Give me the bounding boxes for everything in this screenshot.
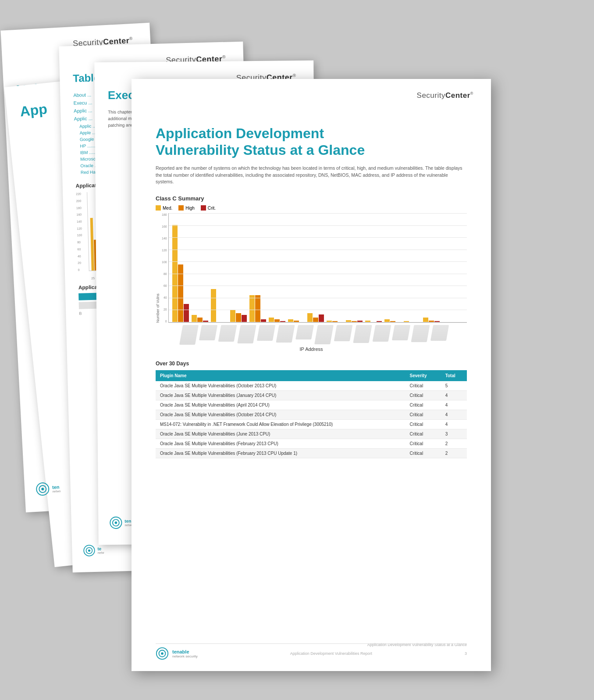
legend-med-box: [156, 205, 161, 211]
cell-total: 4: [441, 391, 467, 400]
legend-crit-label: Crit.: [208, 206, 216, 211]
x-axis-labels: [181, 325, 467, 345]
legend-med: Med.: [156, 205, 172, 211]
bar-2-high: [197, 318, 203, 322]
bar-4-med: [230, 310, 235, 322]
bar-9-med: [327, 321, 332, 322]
page1-tenable-sub: netwo: [52, 489, 60, 493]
page4-footer: tenable network security Application Dev…: [156, 643, 467, 660]
table-row: Oracle Java SE Multiple Vulnerabilities …: [156, 439, 467, 449]
bar-4-crit: [242, 315, 247, 322]
table-body: Oracle Java SE Multiple Vulnerabilities …: [156, 381, 467, 458]
footer-page-number: 3: [465, 651, 467, 656]
y-axis-label: Number of Vulns: [156, 213, 160, 323]
bar-13-crit: [415, 322, 420, 322]
table-row: Oracle Java SE Multiple Vulnerabilities …: [156, 410, 467, 420]
svg-point-5: [88, 550, 90, 552]
y-ticks: 0 20 40 60 80 100 120 140 160 180: [162, 213, 167, 323]
cell-total: 4: [441, 410, 467, 420]
bar-14-med: [423, 318, 428, 322]
bar-13-med: [404, 321, 409, 322]
bar-3-med: [211, 289, 216, 322]
bar-1-crit: [184, 304, 189, 322]
legend-crit: Crit.: [201, 205, 216, 211]
bar-9-crit: [338, 322, 343, 322]
bar-group-6: [269, 318, 285, 322]
footer-logo-group: tenable network security: [156, 647, 198, 660]
cell-severity: Critical: [405, 449, 441, 458]
bar-group-10: [346, 320, 363, 322]
cell-severity: Critical: [405, 439, 441, 449]
mini-chart-x: 25: [91, 277, 95, 280]
cell-total: 3: [441, 429, 467, 439]
page4-logo: SecurityCenter®: [417, 91, 473, 100]
bar-10-med: [346, 320, 351, 322]
table-header-row: Plugin Name Severity Total: [156, 370, 467, 381]
bar-2-crit: [203, 321, 208, 322]
bar-11-crit: [377, 321, 382, 322]
bars-container: [169, 213, 467, 322]
x-axis-title: IP Address: [156, 346, 467, 352]
bar-4-high: [236, 313, 241, 322]
bar-group-4: [230, 310, 247, 322]
legend-high-box: [178, 205, 184, 211]
page2-tenable-logo: te netw: [83, 544, 104, 557]
bar-12-med: [384, 319, 390, 322]
table-section-title: Over 30 Days: [156, 361, 467, 367]
cell-plugin-name: MS14-072: Vulnerability in .NET Framewor…: [156, 420, 405, 429]
bar-6-med: [269, 318, 274, 322]
footer-report-name: Application Development Vulnerabilities …: [290, 651, 372, 656]
footer-tenable-icon: [156, 647, 169, 660]
svg-point-11: [161, 652, 164, 655]
cell-plugin-name: Oracle Java SE Multiple Vulnerabilities …: [156, 429, 405, 439]
col-total: Total: [441, 370, 467, 381]
cell-total: 2: [441, 449, 467, 458]
page1-tenable-name: ten: [52, 484, 60, 489]
cell-severity: Critical: [405, 400, 441, 410]
bar-group-13: [404, 321, 420, 322]
bar-12-high: [390, 321, 395, 322]
col-severity: Severity: [405, 370, 441, 381]
page2-tenable-sub: netw: [98, 551, 104, 554]
legend-crit-box: [201, 205, 206, 211]
bar-7-high: [294, 321, 299, 322]
table-row: MS14-072: Vulnerability in .NET Framewor…: [156, 420, 467, 429]
cell-total: 4: [441, 420, 467, 429]
bar-8-med: [307, 313, 313, 322]
bar-5-high: [255, 295, 260, 322]
legend-high: High: [178, 205, 195, 211]
page3-tenable-logo: ten netwo: [109, 516, 133, 529]
svg-point-2: [41, 488, 44, 490]
cell-severity: Critical: [405, 391, 441, 400]
bar-group-14: [423, 318, 440, 322]
bar-2-med: [192, 315, 197, 322]
bar-group-2: [192, 315, 208, 322]
table-row: Oracle Java SE Multiple Vulnerabilities …: [156, 449, 467, 458]
bar-group-12: [384, 319, 401, 322]
bar-group-1: [172, 225, 189, 322]
bar-group-5: [249, 295, 266, 322]
bar-5-med: [249, 295, 255, 322]
page4-title-line1: Application Development: [156, 125, 467, 142]
bar-group-11: [365, 321, 382, 322]
bar-1-high: [178, 264, 183, 322]
footer-tenable-name: tenable: [172, 649, 198, 654]
vulnerability-table: Plugin Name Severity Total Oracle Java S…: [156, 370, 467, 458]
table-row: Oracle Java SE Multiple Vulnerabilities …: [156, 391, 467, 400]
cell-plugin-name: Oracle Java SE Multiple Vulnerabilities …: [156, 400, 405, 410]
bar-14-crit: [434, 321, 440, 322]
page4-title-line2: Vulnerability Status at a Glance: [156, 142, 467, 158]
cell-plugin-name: Oracle Java SE Multiple Vulnerabilities …: [156, 449, 405, 458]
bar-7-med: [288, 319, 293, 322]
cell-plugin-name: Oracle Java SE Multiple Vulnerabilities …: [156, 410, 405, 420]
legend-med-label: Med.: [163, 206, 172, 211]
table-row: Oracle Java SE Multiple Vulnerabilities …: [156, 381, 467, 391]
page-4: SecurityCenter® Application Development …: [132, 79, 491, 671]
cell-severity: Critical: [405, 420, 441, 429]
cell-plugin-name: Oracle Java SE Multiple Vulnerabilities …: [156, 439, 405, 449]
page2-tenable-name: te: [97, 546, 104, 551]
footer-tenable-sub: network security: [172, 654, 198, 658]
cell-plugin-name: Oracle Java SE Multiple Vulnerabilities …: [156, 381, 405, 391]
bar-group-9: [327, 321, 343, 322]
bar-11-high: [371, 322, 376, 322]
